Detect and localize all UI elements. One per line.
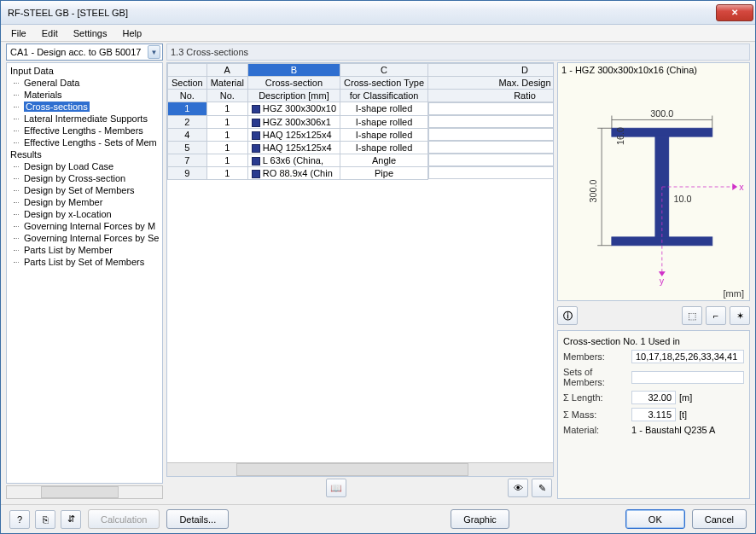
tree-header-input: Input Data <box>7 65 162 77</box>
menubar: File Edit Settings Help <box>1 25 755 42</box>
row-header[interactable]: 7 <box>168 154 207 166</box>
section-swatch-icon <box>252 119 260 127</box>
tree-item[interactable]: Design by Set of Members <box>7 184 162 196</box>
view-button[interactable]: 👁 <box>508 479 528 497</box>
calculation-button[interactable]: Calculation <box>88 509 160 529</box>
details-button[interactable]: Details... <box>166 509 229 529</box>
row-header[interactable]: 2 <box>168 115 207 128</box>
tree-item[interactable]: Effective Lengths - Members <box>7 125 162 136</box>
tree-item[interactable]: Design by Cross-section <box>7 172 162 184</box>
export-button[interactable]: ⎘ <box>35 510 55 529</box>
members-value: 10,17,18,25,26,33,34,41 <box>631 350 744 363</box>
chevron-down-icon[interactable]: ▼ <box>148 45 160 59</box>
grid: A B C D E F Section Material Cross-secti… <box>166 62 554 477</box>
mass-value: 3.115 <box>631 408 676 421</box>
material-value: 1 - Baustahl Q235 A <box>631 425 715 435</box>
sets-value <box>631 371 744 384</box>
table-row[interactable]: 11HGZ 300x300x10I-shape rolled0.87 <box>168 102 555 116</box>
svg-text:300.0: 300.0 <box>588 179 598 202</box>
panel-title: 1.3 Cross-sections <box>166 44 750 61</box>
case-combo-value: CA1 - Design acc. to GB 50017 <box>10 47 141 57</box>
menu-help[interactable]: Help <box>115 26 148 40</box>
info-panel: Cross-section No. 1 Used in Members:10,1… <box>557 330 750 499</box>
tree-item[interactable]: Materials <box>7 89 162 101</box>
col-D[interactable]: D <box>428 64 555 77</box>
section-swatch-icon <box>252 144 260 153</box>
import-button[interactable]: ⇵ <box>61 510 81 529</box>
row-header[interactable]: 5 <box>168 141 207 154</box>
tool2-button[interactable]: ⌐ <box>706 306 726 325</box>
preview-unit: [mm] <box>724 288 744 299</box>
tree-item[interactable]: Design by Member <box>7 196 162 208</box>
section-swatch-icon <box>252 131 260 140</box>
window-title: RF-STEEL GB - [STEEL GB] <box>8 8 716 18</box>
tree-item[interactable]: Governing Internal Forces by M <box>7 220 162 232</box>
section-swatch-icon <box>252 157 260 165</box>
close-button[interactable]: ✕ <box>716 4 753 21</box>
section-swatch-icon <box>252 105 260 113</box>
pick-button[interactable]: ✎ <box>532 479 552 497</box>
tree-item[interactable]: Effective Lengths - Sets of Mem <box>7 136 162 148</box>
nav-tree: Input Data General Data Materials Cross-… <box>6 62 163 484</box>
library-button[interactable]: 📖 <box>326 479 346 497</box>
svg-text:16.0: 16.0 <box>615 127 625 145</box>
preview-title: 1 - HGZ 300x300x10x16 (China) <box>561 65 746 75</box>
svg-text:10.0: 10.0 <box>674 194 692 204</box>
tree-item[interactable]: Lateral Intermediate Supports <box>7 113 162 125</box>
row-header[interactable]: 9 <box>168 166 207 179</box>
tree-item[interactable]: Parts List by Set of Members <box>7 256 162 268</box>
svg-text:300.0: 300.0 <box>650 108 673 119</box>
info-heading: Cross-section No. 1 Used in <box>563 336 744 346</box>
section-swatch-icon <box>252 170 260 178</box>
col-A[interactable]: A <box>206 64 247 77</box>
tool3-button[interactable]: ✶ <box>730 306 750 325</box>
grid-h-scrollbar[interactable] <box>167 462 553 476</box>
length-value: 32.00 <box>631 391 676 404</box>
help-button[interactable]: ? <box>9 510 30 529</box>
hdr-section: Section <box>168 77 207 90</box>
row-header[interactable]: 1 <box>168 102 207 116</box>
titlebar: RF-STEEL GB - [STEEL GB] ✕ <box>1 1 755 25</box>
section-drawing: 300.0 300.0 16.0 10.0 x y <box>561 75 746 299</box>
svg-rect-0 <box>612 128 712 136</box>
info-button[interactable]: ⓘ <box>557 306 578 325</box>
col-C[interactable]: C <box>340 64 428 77</box>
ok-button[interactable]: OK <box>625 509 685 529</box>
tree-item[interactable]: Design by Load Case <box>7 160 162 172</box>
section-preview: 1 - HGZ 300x300x10x16 (China) <box>557 62 750 301</box>
tool1-button[interactable]: ⬚ <box>682 306 702 325</box>
case-combo[interactable]: CA1 - Design acc. to GB 50017 ▼ <box>6 44 163 61</box>
tree-item[interactable]: Governing Internal Forces by Se <box>7 232 162 244</box>
tree-item[interactable]: General Data <box>7 77 162 89</box>
svg-text:x: x <box>739 182 744 192</box>
tree-item[interactable]: Design by x-Location <box>7 208 162 220</box>
tree-header-results: Results <box>7 148 162 160</box>
col-B[interactable]: B <box>247 64 340 77</box>
tree-item-cross-sections[interactable]: Cross-sections <box>7 101 162 113</box>
svg-text:y: y <box>660 276 665 286</box>
menu-settings[interactable]: Settings <box>67 26 114 40</box>
sidebar-h-scrollbar[interactable] <box>6 485 163 499</box>
row-header[interactable]: 4 <box>168 128 207 141</box>
menu-edit[interactable]: Edit <box>35 26 65 40</box>
menu-file[interactable]: File <box>4 26 33 40</box>
graphic-button[interactable]: Graphic <box>451 509 509 529</box>
tree-item[interactable]: Parts List by Member <box>7 244 162 256</box>
cancel-button[interactable]: Cancel <box>692 509 747 529</box>
